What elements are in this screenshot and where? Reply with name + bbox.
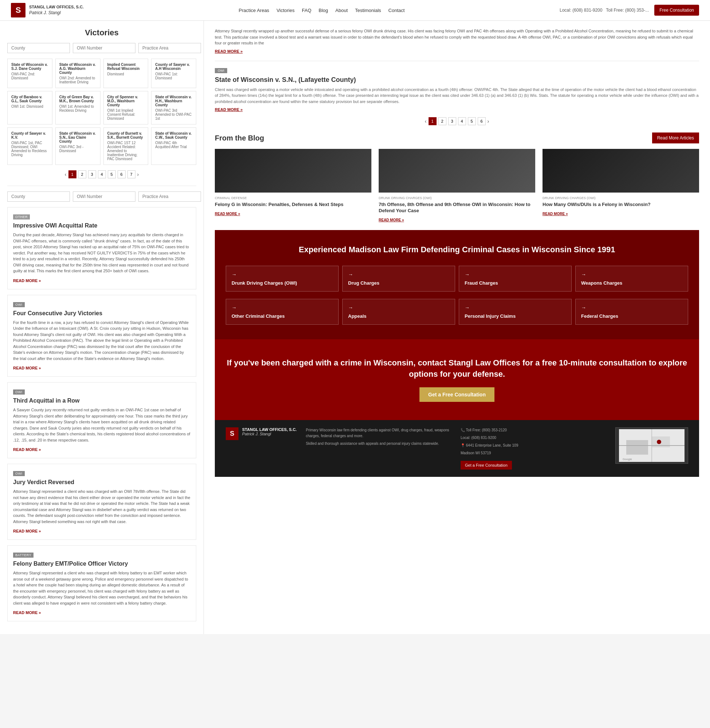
case-title: Implied Consent Refusal Wisconsin: [107, 63, 145, 70]
address-line2: 6441 Enterprise Lane, Suite 109: [466, 443, 518, 447]
service-federal-charges[interactable]: → Federal Charges: [575, 299, 688, 325]
service-fraud-charges[interactable]: → Fraud Charges: [459, 266, 572, 291]
read-more-link[interactable]: READ MORE »: [13, 447, 41, 452]
service-other-criminal[interactable]: → Other Criminal Charges: [226, 299, 339, 325]
pagination-prev[interactable]: ‹: [65, 171, 67, 177]
victories-filter-row2: [7, 192, 196, 202]
read-more-link[interactable]: READ MORE »: [13, 529, 41, 533]
arrow-icon: →: [465, 305, 566, 311]
practice-area-filter[interactable]: [138, 43, 201, 53]
page-7-btn[interactable]: 7: [128, 170, 135, 178]
nav-about[interactable]: About: [335, 8, 348, 13]
right-pagination-next[interactable]: ›: [487, 118, 489, 124]
service-appeals[interactable]: → Appeals: [342, 299, 455, 325]
case-title: City of Baraboo v. G.L, Sauk County: [11, 95, 48, 103]
owi-number-filter-2[interactable]: [73, 192, 135, 202]
blog-card-tag-2: DRUNK DRIVING CHARGES (OWI): [378, 196, 535, 200]
articles-section: OTHER Impressive OWI Acquittal Rate Duri…: [7, 207, 196, 621]
case-detail: OWI-PAC 1st: Dismissed: [155, 72, 192, 80]
case-title: State of Wisconsin v. C.W., Sauk County: [155, 132, 192, 139]
page-3-btn[interactable]: 3: [88, 170, 96, 178]
map-image: Google: [619, 429, 685, 462]
right-page-1-btn[interactable]: 1: [428, 117, 437, 125]
free-consultation-button[interactable]: Free Consultation: [654, 5, 699, 16]
prev-read-more-link[interactable]: READ MORE »: [215, 49, 699, 54]
article-body: For the fourth time in a row, a jury has…: [13, 319, 191, 362]
left-panel: Victories State of Wisconsin v. S.J. Dan…: [0, 21, 204, 634]
county-filter-2[interactable]: [7, 192, 70, 202]
owi-number-filter[interactable]: [73, 43, 135, 53]
services-section: Experienced Madison Law Firm Defending C…: [215, 230, 699, 340]
case-detail: OWI-PAC 2nd: Dismissed: [11, 72, 48, 80]
attorney-name: Patrick J. Stangl: [29, 10, 84, 16]
arrow-icon: →: [232, 305, 333, 311]
right-page-5-btn[interactable]: 5: [468, 117, 476, 125]
blog-section: From the Blog Read More Articles CRIMINA…: [215, 132, 699, 223]
service-name: Drunk Driving Charges (OWI): [232, 280, 333, 286]
blog-cards: CRIMINAL DEFENSE Felony G in Wisconsin: …: [215, 149, 699, 223]
featured-read-more-link[interactable]: READ MORE »: [215, 107, 699, 112]
case-detail: OWI 1st: Dismissed: [11, 104, 48, 108]
service-drunk-driving[interactable]: → Drunk Driving Charges (OWI): [226, 266, 339, 291]
case-title: City of Spenner v. M.D., Washburn County: [107, 95, 145, 107]
pagination-next[interactable]: ›: [137, 171, 139, 177]
victories-filter-row1: [7, 43, 196, 53]
arrow-icon: →: [348, 305, 449, 311]
blog-card-image-1: [215, 149, 371, 193]
right-page-6-btn[interactable]: 6: [478, 117, 486, 125]
right-page-2-btn[interactable]: 2: [439, 117, 446, 125]
article-tag: BATTERY: [13, 552, 34, 558]
arrow-icon: →: [581, 271, 682, 277]
service-weapons-charges[interactable]: → Weapons Charges: [575, 266, 688, 291]
case-title: County of Sawyer v. A.H Wisconsin: [155, 63, 192, 70]
nav-practice-areas[interactable]: Practice Areas: [239, 8, 270, 13]
blog-read-more-2[interactable]: READ MORE »: [378, 218, 404, 222]
page-4-btn[interactable]: 4: [98, 170, 106, 178]
nav-contact[interactable]: Contact: [389, 8, 405, 13]
blog-card-title-3: How Many OWIs/DUIs is a Felony in Wiscon…: [543, 202, 699, 208]
service-name: Appeals: [348, 313, 449, 319]
blog-read-more-1[interactable]: READ MORE »: [215, 212, 240, 216]
service-personal-injury[interactable]: → Personal Injury Claims: [459, 299, 572, 325]
footer-address2: Madison WI 53719: [461, 450, 608, 456]
service-name: Other Criminal Charges: [232, 313, 333, 319]
practice-area-filter-2[interactable]: [138, 192, 201, 202]
read-more-articles-button[interactable]: Read More Articles: [652, 132, 699, 144]
article-title: Impressive OWI Acquittal Rate: [13, 223, 191, 229]
blog-card-title-2: 7th Offense, 8th Offense and 9th Offense…: [378, 202, 535, 214]
footer-toll-free: 📞 Toll Free: (800) 353-2120: [461, 427, 608, 433]
blog-card-image-3: [543, 149, 699, 193]
case-title: State of Wisconsin v. S.J. Dane County: [11, 63, 48, 70]
case-detail: OWI-PAC 3rd - Dismissed: [59, 145, 97, 153]
page-2-btn[interactable]: 2: [78, 170, 86, 178]
page-5-btn[interactable]: 5: [108, 170, 116, 178]
nav-blog[interactable]: Blog: [318, 8, 328, 13]
nav-victories[interactable]: Victories: [276, 8, 295, 13]
featured-article-title: State of Wisconsin v. S.N., (Lafayette C…: [215, 76, 699, 84]
read-more-link[interactable]: READ MORE »: [13, 366, 41, 370]
right-page-3-btn[interactable]: 3: [448, 117, 456, 125]
footer-description: Primary Wisconsin law firm defending cli…: [306, 427, 453, 439]
right-pagination-prev[interactable]: ‹: [425, 118, 427, 124]
case-detail: OWI 1st Implied Consent Refusal: Dismiss…: [107, 108, 145, 120]
arrow-icon: →: [348, 271, 449, 277]
blog-title: From the Blog: [215, 134, 264, 142]
page-1-btn[interactable]: 1: [69, 170, 76, 178]
right-page-4-btn[interactable]: 4: [458, 117, 466, 125]
cta-button[interactable]: Get a Free Consultation: [420, 387, 494, 402]
blog-read-more-3[interactable]: READ MORE »: [543, 212, 568, 216]
victories-grid: State of Wisconsin v. S.J. Dane County O…: [7, 59, 196, 165]
article-body: During the past decade, Attorney Stangl …: [13, 232, 191, 274]
nav-faq[interactable]: FAQ: [302, 8, 311, 13]
list-item: OWI Jury Verdict Reversed Attorney Stang…: [7, 464, 196, 540]
read-more-link[interactable]: READ MORE »: [13, 278, 41, 283]
service-drug-charges[interactable]: → Drug Charges: [342, 266, 455, 291]
list-item: OTHER Impressive OWI Acquittal Rate Duri…: [7, 207, 196, 289]
footer-cta-button[interactable]: Get a Free Consultation: [461, 461, 512, 470]
nav-testimonials[interactable]: Testimonials: [355, 8, 381, 13]
right-panel: Attorney Stangl recently wrapped up anot…: [204, 21, 710, 634]
page-6-btn[interactable]: 6: [117, 170, 126, 178]
read-more-link[interactable]: READ MORE »: [13, 611, 41, 615]
footer-local: Local: (608) 831-9200: [461, 435, 608, 441]
county-filter[interactable]: [7, 43, 70, 53]
